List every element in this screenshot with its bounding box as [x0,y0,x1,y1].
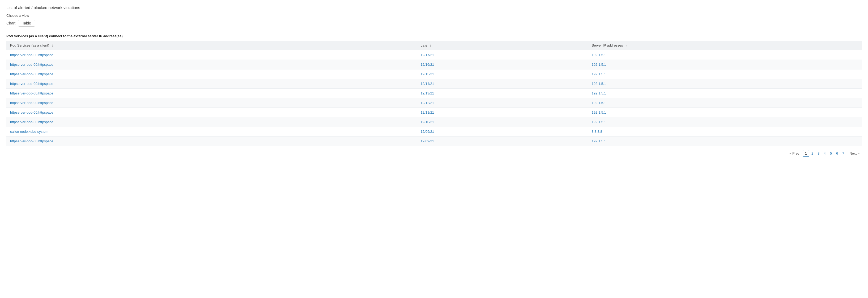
sort-icon-date: ⇕ [430,44,432,47]
pagination-prev[interactable]: « Prev [787,150,802,157]
cell-date: 12/15/21 [417,70,588,79]
col-date[interactable]: date ⇕ [417,41,588,50]
page-title: List of alerted / blocked network violat… [6,5,862,10]
page-number-7[interactable]: 7 [840,150,846,157]
table-row: httpserver-pod-00.httpspace12/10/21192.1… [6,117,862,127]
cell-ip[interactable]: 192.1.5.1 [588,70,862,79]
col-server-ip[interactable]: Server IP addresses ⇕ [588,41,862,50]
table-row: httpserver-pod-00.httpspace12/16/21192.1… [6,60,862,70]
cell-ip[interactable]: 192.1.5.1 [588,79,862,89]
table-row: calico-node.kube-system12/09/218.8.8.8 [6,127,862,136]
cell-ip[interactable]: 8.8.8.8 [588,127,862,136]
cell-ip[interactable]: 192.1.5.1 [588,89,862,98]
sort-icon-ip: ⇕ [625,44,627,47]
page-number-5[interactable]: 5 [828,150,834,157]
cell-pod[interactable]: calico-node.kube-system [6,127,417,136]
choose-view-label: Choose a view [6,13,862,18]
cell-date: 12/17/21 [417,50,588,60]
sort-icon-pod: ⇕ [51,44,53,47]
cell-pod[interactable]: httpserver-pod-00.httpspace [6,108,417,117]
table-row: httpserver-pod-00.httpspace12/09/21192.1… [6,136,862,146]
cell-ip[interactable]: 192.1.5.1 [588,60,862,70]
page-number-3[interactable]: 3 [815,150,822,157]
table-row: httpserver-pod-00.httpspace12/14/21192.1… [6,79,862,89]
cell-date: 12/16/21 [417,60,588,70]
cell-ip[interactable]: 192.1.5.1 [588,98,862,108]
page-number-6[interactable]: 6 [834,150,840,157]
table-row: httpserver-pod-00.httpspace12/12/21192.1… [6,98,862,108]
cell-pod[interactable]: httpserver-pod-00.httpspace [6,60,417,70]
cell-date: 12/14/21 [417,79,588,89]
page-number-4[interactable]: 4 [822,150,828,157]
cell-date: 12/09/21 [417,136,588,146]
cell-pod[interactable]: httpserver-pod-00.httpspace [6,117,417,127]
table-header-row: Pod Services (as a client) ⇕ date ⇕ Serv… [6,41,862,50]
cell-ip[interactable]: 192.1.5.1 [588,50,862,60]
cell-date: 12/11/21 [417,108,588,117]
cell-date: 12/10/21 [417,117,588,127]
cell-pod[interactable]: httpserver-pod-00.httpspace [6,79,417,89]
cell-ip[interactable]: 192.1.5.1 [588,117,862,127]
page-number-1: 1 [803,150,809,157]
cell-date: 12/13/21 [417,89,588,98]
col-pod-services[interactable]: Pod Services (as a client) ⇕ [6,41,417,50]
chart-view-option[interactable]: Chart [6,21,16,25]
cell-pod[interactable]: httpserver-pod-00.httpspace [6,50,417,60]
pagination-next[interactable]: Next » [847,150,862,157]
table-row: httpserver-pod-00.httpspace12/15/21192.1… [6,70,862,79]
violations-table: Pod Services (as a client) ⇕ date ⇕ Serv… [6,41,862,146]
page-number-2[interactable]: 2 [809,150,815,157]
cell-date: 12/09/21 [417,127,588,136]
table-row: httpserver-pod-00.httpspace12/11/21192.1… [6,108,862,117]
table-view-button[interactable]: Table [18,20,35,27]
cell-date: 12/12/21 [417,98,588,108]
cell-pod[interactable]: httpserver-pod-00.httpspace [6,70,417,79]
cell-pod[interactable]: httpserver-pod-00.httpspace [6,136,417,146]
table-row: httpserver-pod-00.httpspace12/13/21192.1… [6,89,862,98]
cell-ip[interactable]: 192.1.5.1 [588,136,862,146]
pagination: « Prev 1234567 Next » [6,150,862,157]
section-heading: Pod Services (as a client) connect to th… [6,34,862,38]
cell-pod[interactable]: httpserver-pod-00.httpspace [6,98,417,108]
cell-ip[interactable]: 192.1.5.1 [588,108,862,117]
table-row: httpserver-pod-00.httpspace12/17/21192.1… [6,50,862,60]
cell-pod[interactable]: httpserver-pod-00.httpspace [6,89,417,98]
